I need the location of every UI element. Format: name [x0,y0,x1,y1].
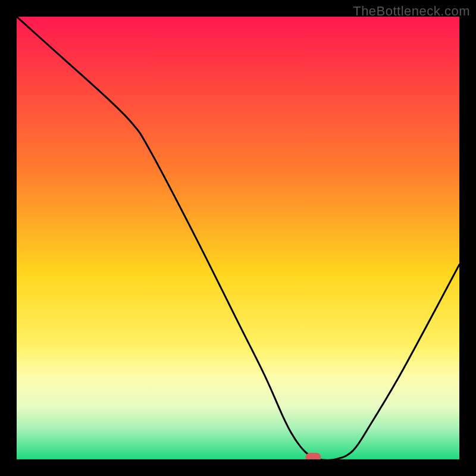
optimal-point-marker [305,453,321,459]
chart-plot [17,17,459,459]
chart-background [17,17,459,459]
chart-svg [17,17,459,459]
chart-frame: TheBottleneck.com [0,0,476,476]
